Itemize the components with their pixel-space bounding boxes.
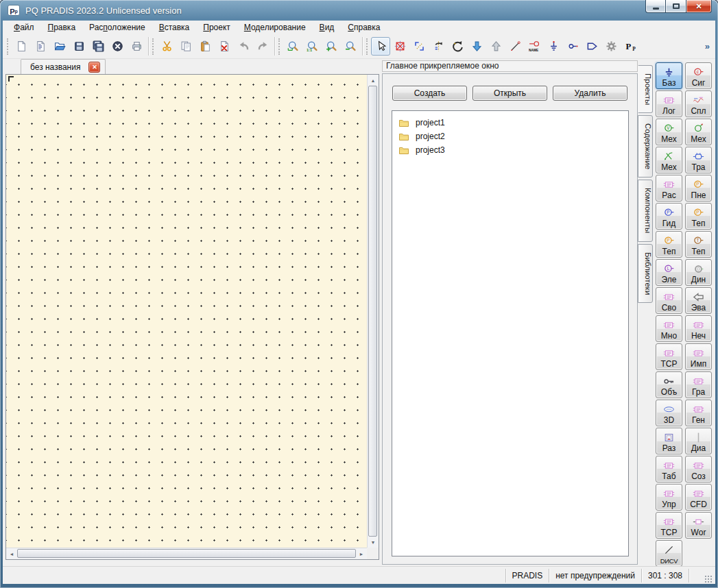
create-project-button[interactable]: Создать — [392, 86, 467, 101]
menu-item-view[interactable]: Вид — [313, 21, 342, 34]
save-button[interactable] — [69, 37, 88, 56]
vertical-scrollbar[interactable]: ▲ ▼ — [367, 75, 379, 548]
schematic-canvas[interactable] — [6, 75, 367, 548]
module-button-svo[interactable]: Сво — [656, 287, 682, 314]
new-document-button[interactable] — [12, 37, 31, 56]
toolbar-grip[interactable] — [278, 38, 280, 55]
module-button-3d[interactable]: 3D — [656, 400, 682, 426]
module-button-meh1[interactable]: VМех — [656, 119, 682, 145]
module-button-tcp1[interactable]: ТСР — [656, 343, 682, 370]
scroll-left-icon[interactable]: ◄ — [6, 548, 17, 559]
tab-close-icon[interactable]: ✕ — [88, 62, 100, 73]
delete-button[interactable] — [215, 37, 234, 56]
zoom-one-to-one-button[interactable]: 1:1 — [302, 37, 322, 56]
project-list-item[interactable]: project1 — [392, 116, 628, 130]
scroll-right-icon[interactable]: ► — [356, 548, 367, 559]
cut-button[interactable] — [157, 37, 176, 56]
dock-tab-components[interactable]: Компоненты — [638, 180, 653, 241]
vertical-scroll-thumb[interactable] — [368, 86, 377, 537]
stop-button[interactable] — [108, 37, 127, 56]
dock-panel-header[interactable]: Главное прикрепляемое окно — [382, 60, 638, 72]
rotate-button[interactable] — [448, 37, 467, 56]
module-button-nech[interactable]: Неч — [685, 315, 712, 342]
module-button-tep1[interactable]: PТеп — [685, 203, 712, 230]
horizontal-scroll-thumb[interactable] — [17, 549, 356, 558]
show-names-button[interactable]: NAME — [525, 37, 544, 56]
module-button-upr[interactable]: Упр — [656, 484, 682, 511]
new-from-template-button[interactable] — [31, 37, 50, 56]
ground-button[interactable] — [544, 37, 563, 56]
module-button-ras[interactable]: Рас — [656, 175, 682, 201]
scroll-down-icon[interactable]: ▼ — [368, 537, 379, 548]
menu-item-arrange[interactable]: Расположение — [82, 21, 152, 34]
module-button-tra[interactable]: Тра — [685, 147, 712, 173]
module-button-mno[interactable]: Мно — [656, 315, 682, 342]
contour-button[interactable] — [582, 37, 601, 56]
maximize-button[interactable] — [666, 0, 686, 13]
zoom-fit-button[interactable] — [283, 37, 302, 56]
menu-item-insert[interactable]: Вставка — [152, 21, 197, 34]
dock-tab-contents[interactable]: Содержание — [638, 115, 653, 177]
document-tab[interactable]: без названия ✕ — [21, 59, 106, 74]
module-button-spl[interactable]: Спл — [685, 90, 712, 117]
horizontal-scrollbar[interactable]: ◄ ► — [6, 548, 367, 559]
settings-button[interactable] — [601, 37, 621, 56]
module-button-pne[interactable]: PПне — [685, 175, 712, 201]
scroll-up-icon[interactable]: ▲ — [368, 75, 379, 86]
module-button-imp[interactable]: Имп — [685, 343, 712, 370]
delete-frame-button[interactable] — [390, 37, 409, 56]
menu-item-simulation[interactable]: Моделирование — [237, 21, 313, 34]
rotate-vertical-button[interactable] — [429, 37, 448, 56]
delete-project-button[interactable]: Удалить — [553, 86, 627, 101]
zoom-in-button[interactable] — [322, 37, 341, 56]
open-project-button[interactable]: Открыть — [472, 86, 547, 101]
minimize-button[interactable] — [645, 0, 666, 13]
pradis-logo-button[interactable]: PP — [621, 37, 640, 56]
module-button-tep2[interactable]: PТеп — [656, 231, 682, 258]
module-button-tcp2[interactable]: ТСР — [656, 512, 682, 539]
module-button-meh3[interactable]: Мех — [656, 147, 682, 173]
module-button-gra[interactable]: Гра — [685, 371, 712, 398]
move-up-button[interactable] — [486, 37, 505, 56]
close-button[interactable]: ✕ — [686, 0, 712, 13]
toolbar-grip[interactable] — [366, 38, 368, 55]
project-list-item[interactable]: project3 — [392, 143, 628, 157]
zoom-out-button[interactable] — [341, 37, 360, 56]
menu-item-edit[interactable]: Правка — [41, 21, 83, 34]
module-button-meh2[interactable]: Мех — [685, 119, 712, 145]
module-button-baz[interactable]: Баз — [656, 62, 682, 89]
resize-grip[interactable] — [704, 574, 713, 584]
module-button-dicv[interactable]: DИCV — [656, 540, 682, 567]
toolbar-grip[interactable] — [152, 38, 154, 55]
menu-item-help[interactable]: Справка — [341, 21, 387, 34]
toolbar-grip[interactable] — [7, 38, 9, 55]
select-button[interactable] — [371, 37, 390, 56]
open-button[interactable] — [50, 37, 69, 56]
move-down-button[interactable] — [467, 37, 486, 56]
paste-button[interactable] — [195, 37, 215, 56]
title-bar[interactable]: Pp PQ PRADIS 2023.2 Unlicensed version ✕ — [0, 0, 718, 21]
dock-tab-libraries[interactable]: Библиотеки — [638, 244, 653, 303]
copy-button[interactable] — [176, 37, 195, 56]
project-list-item[interactable]: project2 — [392, 130, 628, 143]
module-button-ele[interactable]: LЭле — [656, 259, 682, 286]
print-button[interactable] — [127, 37, 146, 56]
module-button-sig[interactable]: cСиг — [685, 62, 712, 89]
save-all-button[interactable] — [88, 37, 108, 56]
module-button-eva[interactable]: Эва — [685, 287, 712, 314]
module-button-soz[interactable]: Соз — [685, 456, 712, 482]
module-button-din[interactable]: Дин — [685, 259, 712, 286]
menu-item-project[interactable]: Проект — [196, 21, 237, 34]
module-button-raz[interactable]: Раз — [656, 428, 682, 454]
module-button-cfd[interactable]: CFD — [685, 484, 712, 511]
module-button-gen[interactable]: Ген — [685, 400, 712, 426]
dock-tab-projects[interactable]: Проекты — [638, 65, 653, 113]
module-button-tep3[interactable]: TТеп — [685, 231, 712, 258]
rotate-left-button[interactable] — [409, 37, 429, 56]
module-button-wor[interactable]: Wor — [685, 512, 712, 539]
module-button-log[interactable]: Лог — [656, 90, 682, 117]
draw-line-button[interactable] — [505, 37, 525, 56]
module-button-tab[interactable]: Таб — [656, 456, 682, 482]
module-button-gid[interactable]: PГид — [656, 203, 682, 230]
toolbar-overflow-button[interactable]: » — [705, 41, 710, 51]
